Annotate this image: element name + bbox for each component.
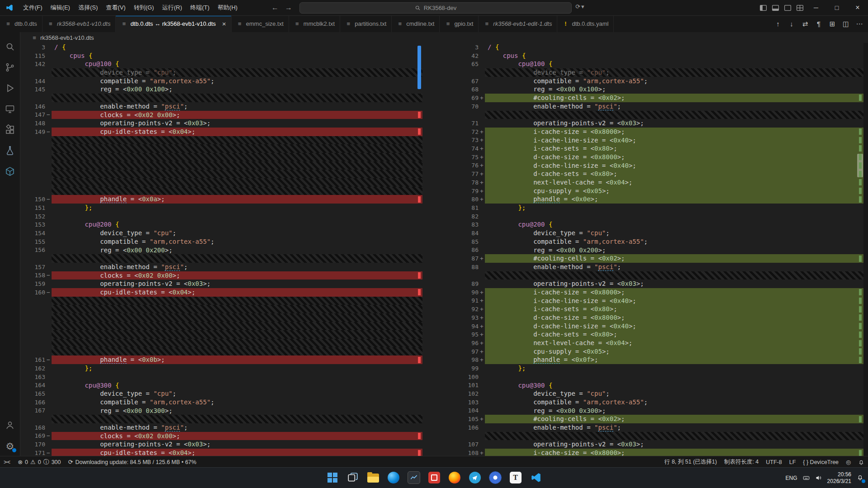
settings-gear-icon[interactable]: ⚙: [0, 436, 20, 456]
code-line[interactable]: phandle = <0x0e>;: [485, 195, 868, 204]
code-line[interactable]: cpu@300 {: [485, 381, 868, 390]
run-debug-icon[interactable]: [0, 78, 20, 99]
code-line[interactable]: clocks = <0x02 0x00>;: [52, 111, 422, 119]
update-progress[interactable]: ⟳ Downloading update: 84.5 MB / 125.6 MB…: [65, 456, 200, 468]
notification-center[interactable]: [857, 474, 863, 482]
code-line[interactable]: cpu-supply = <0x05>;: [485, 187, 868, 195]
open-preview-icon[interactable]: ⊞: [826, 18, 838, 30]
taskbar-browser[interactable]: [486, 469, 504, 487]
code-line[interactable]: [52, 187, 422, 195]
code-line[interactable]: #cooling-cells = <0x02>;: [485, 415, 868, 423]
code-line[interactable]: cpu@200 {: [52, 220, 422, 229]
code-line[interactable]: compatible = "arm,cortex-a55";: [485, 237, 868, 246]
code-line[interactable]: [52, 212, 422, 221]
taskbar-file-explorer[interactable]: [364, 469, 382, 487]
code-line[interactable]: i-cache-line-size = <0x40>;: [485, 297, 868, 305]
code-line[interactable]: [52, 373, 422, 381]
tab-dtb.0.dts ↔ rk3568-evb1-v10.dts[interactable]: ≡dtb.0.dts ↔ rk3568-evb1-v10.dts×: [116, 15, 231, 32]
menu-item-7[interactable]: 帮助(H): [213, 0, 242, 15]
code-line[interactable]: d-cache-size = <0x8000>;: [485, 153, 868, 161]
code-line[interactable]: [52, 144, 422, 153]
code-line[interactable]: [52, 94, 422, 102]
code-line[interactable]: enable-method = "psci";: [52, 263, 422, 271]
code-line[interactable]: [485, 373, 868, 381]
menu-item-3[interactable]: 查看(V): [102, 0, 129, 15]
code-line[interactable]: [485, 271, 868, 280]
cursor-position[interactable]: 行 8, 列 51 (已选择1): [661, 456, 721, 468]
code-line[interactable]: cpus {: [52, 52, 422, 60]
language-mode[interactable]: { } DeviceTree: [799, 456, 842, 468]
code-line[interactable]: operating-points-v2 = <0x03>;: [485, 280, 868, 288]
tab-rk3568-evb1-edit-1.dts[interactable]: ≡rk3568-evb1-edit-1.dts: [479, 15, 557, 32]
code-line[interactable]: [52, 415, 422, 423]
code-line[interactable]: phandle = <0x0f>;: [485, 355, 868, 364]
taskbar-typora[interactable]: T: [507, 469, 525, 487]
minimize-button[interactable]: ─: [806, 0, 826, 15]
code-line[interactable]: device_type = "cpu";: [485, 229, 868, 237]
tab-partitions.txt[interactable]: ≡partitions.txt: [340, 15, 392, 32]
code-line[interactable]: [485, 432, 868, 441]
code-line[interactable]: #cooling-cells = <0x02>;: [485, 94, 868, 102]
code-line[interactable]: phandle = <0x0b>;: [52, 355, 422, 364]
code-line[interactable]: [52, 322, 422, 331]
taskbar-system-monitor[interactable]: [405, 469, 423, 487]
close-icon[interactable]: ×: [222, 20, 226, 28]
tab-dtb.0.dts.yaml[interactable]: !dtb.0.dts.yaml: [557, 15, 614, 32]
source-control-icon[interactable]: [0, 57, 20, 78]
code-line[interactable]: i-cache-sets = <0x80>;: [485, 144, 868, 153]
code-line[interactable]: reg = <0x00 0x300>;: [485, 407, 868, 415]
menu-item-5[interactable]: 运行(R): [158, 0, 186, 15]
code-line[interactable]: cpus {: [485, 52, 868, 60]
keyboard-icon[interactable]: [803, 474, 810, 481]
code-line[interactable]: [52, 313, 422, 322]
code-line[interactable]: cpu-idle-states = <0x04>;: [52, 128, 422, 136]
menu-item-0[interactable]: 文件(F): [19, 0, 47, 15]
menu-item-4[interactable]: 转到(G): [130, 0, 158, 15]
code-line[interactable]: #cooling-cells = <0x02>;: [485, 254, 868, 263]
code-line[interactable]: device_type = "cpu";: [485, 389, 868, 398]
code-line[interactable]: device_type = "cpu";: [52, 229, 422, 237]
code-line[interactable]: [52, 305, 422, 313]
code-line[interactable]: i-cache-size = <0x8000>;: [485, 449, 868, 456]
code-line[interactable]: enable-method = "psci";: [52, 102, 422, 111]
taskbar-telegram[interactable]: [466, 469, 484, 487]
code-line[interactable]: [485, 212, 868, 221]
code-line[interactable]: i-cache-size = <0x8000>;: [485, 128, 868, 136]
code-line[interactable]: compatible = "arm,cortex-a55";: [485, 398, 868, 407]
code-line[interactable]: i-cache-size = <0x8000>;: [485, 288, 868, 297]
code-line[interactable]: enable-method = "psci";: [485, 263, 868, 271]
code-line[interactable]: [52, 153, 422, 161]
taskbar-media-app[interactable]: [425, 469, 443, 487]
code-line[interactable]: operating-points-v2 = <0x03>;: [52, 119, 422, 128]
code-line[interactable]: d-cache-line-size = <0x40>;: [485, 322, 868, 331]
code-line[interactable]: device_type = "cpu";: [52, 68, 422, 77]
code-line[interactable]: reg = <0x00 0x100>;: [485, 85, 868, 94]
code-line[interactable]: };: [485, 204, 868, 212]
code-line[interactable]: next-level-cache = <0x04>;: [485, 178, 868, 187]
refresh-dropdown[interactable]: ⟳▾: [575, 3, 584, 10]
code-line[interactable]: reg = <0x00 0x100>;: [52, 85, 422, 94]
code-line[interactable]: compatible = "arm,cortex-a55";: [52, 237, 422, 246]
tab-gpio.txt[interactable]: ≡gpio.txt: [440, 15, 479, 32]
testing-icon[interactable]: [0, 140, 20, 161]
code-line[interactable]: next-level-cache = <0x04>;: [485, 339, 868, 347]
code-line[interactable]: [52, 347, 422, 356]
tab-rk3568-evb1-v10.dts[interactable]: ≡rk3568-evb1-v10.dts: [43, 15, 116, 32]
toggle-sidebar-icon[interactable]: [759, 4, 767, 12]
remote-indicator[interactable]: ><: [0, 456, 14, 468]
toggle-secondary-sidebar-icon[interactable]: [784, 4, 792, 12]
code-line[interactable]: enable-method = "psci";: [485, 423, 868, 432]
maximize-button[interactable]: □: [826, 0, 847, 15]
left-scrollbar-thumb[interactable]: [417, 46, 421, 89]
code-line[interactable]: d-cache-size = <0x8000>;: [485, 313, 868, 322]
menu-item-1[interactable]: 编辑(E): [47, 0, 74, 15]
code-line[interactable]: operating-points-v2 = <0x03>;: [485, 440, 868, 449]
taskbar-edge[interactable]: [384, 469, 403, 487]
indentation[interactable]: 制表符长度: 4: [721, 456, 762, 468]
code-line[interactable]: reg = <0x00 0x200>;: [485, 246, 868, 255]
code-line[interactable]: cpu-supply = <0x05>;: [485, 347, 868, 356]
code-line[interactable]: / {: [485, 43, 868, 52]
customize-layout-icon[interactable]: [796, 4, 804, 12]
volume-icon[interactable]: [815, 474, 822, 481]
code-line[interactable]: d-cache-sets = <0x80>;: [485, 330, 868, 339]
